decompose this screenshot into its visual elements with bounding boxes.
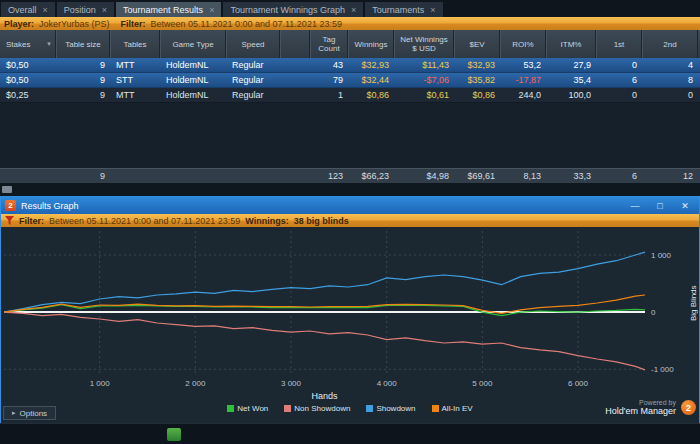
cell-1st: 0 — [596, 90, 642, 100]
cell-game-type: HoldemNL — [160, 75, 226, 85]
table-row[interactable]: $0,25 9 MTT HoldemNL Regular 1 $0,86 $0,… — [0, 88, 700, 103]
close-button[interactable]: ✕ — [675, 199, 695, 212]
cell-table-size: 9 — [56, 90, 110, 100]
minimize-button[interactable]: — — [625, 199, 645, 212]
tab-label: Tournament Winnings Graph — [230, 5, 345, 15]
player-value: JokerYurbas (PS) — [39, 19, 110, 29]
graph-filter-label: Filter: — [19, 216, 44, 226]
horizontal-scrollbar[interactable] — [0, 183, 700, 196]
cell-net-winnings: $11,43 — [394, 60, 454, 70]
y-axis-label: Big Blinds — [689, 231, 698, 375]
cell-1st: 0 — [596, 60, 642, 70]
header-winnings[interactable]: Winnings — [348, 30, 394, 58]
cell-speed: Regular — [226, 75, 280, 85]
cell-2nd: 0 — [642, 90, 698, 100]
cell-net-winnings: -$7,06 — [394, 75, 454, 85]
hm2-app-icon: 2 — [5, 200, 16, 211]
total-2nd: 12 — [642, 171, 698, 181]
cell-tables: STT — [110, 75, 160, 85]
tab-tournament-winnings-graph[interactable]: Tournament Winnings Graph× — [223, 2, 363, 17]
header-spacer — [280, 30, 310, 58]
winnings-value: 38 big blinds — [294, 216, 349, 226]
header-net-winnings[interactable]: Net Winnings $ USD — [394, 30, 454, 58]
legend-showdown[interactable]: Showdown — [366, 404, 415, 413]
tab-overall[interactable]: Overall× — [1, 2, 55, 17]
y-tick: -1 000 — [651, 365, 674, 374]
header-game-type[interactable]: Game Type — [160, 30, 226, 58]
header-itm[interactable]: ITM% — [546, 30, 596, 58]
x-tick: 6 000 — [563, 379, 593, 388]
popup-title: Results Graph — [21, 201, 620, 211]
net-won-swatch-icon — [227, 405, 234, 412]
header-2nd[interactable]: 2nd — [642, 30, 698, 58]
hm-logo-icon: 2 — [681, 400, 696, 415]
popup-titlebar[interactable]: 2 Results Graph — □ ✕ — [1, 197, 699, 214]
non-showdown-swatch-icon — [284, 405, 291, 412]
brand-name: Hold'em Manager — [605, 406, 676, 416]
x-tick: 4 000 — [372, 379, 402, 388]
tab-label: Tournaments — [372, 5, 424, 15]
total-1st: 6 — [596, 171, 642, 181]
tab-tournaments[interactable]: Tournaments× — [365, 2, 442, 17]
tab-close-icon[interactable]: × — [430, 5, 435, 15]
tab-tournament-results[interactable]: Tournament Results× — [116, 2, 221, 17]
table-row[interactable]: $0,50 9 MTT HoldemNL Regular 43 $32,93 $… — [0, 58, 700, 73]
tab-close-icon[interactable]: × — [102, 5, 107, 15]
legend-label: Non Showdown — [294, 404, 350, 413]
header-stakes[interactable]: Stakes▼ — [0, 30, 56, 58]
cell-2nd: 8 — [642, 75, 698, 85]
filter-dropdown-icon[interactable]: ▼ — [46, 40, 52, 49]
header-label: Stakes — [6, 40, 30, 49]
table-empty-area — [0, 103, 700, 168]
cell-tag-count: 43 — [310, 60, 348, 70]
scrollbar-thumb[interactable] — [2, 186, 12, 193]
cell-tables: MTT — [110, 90, 160, 100]
tab-close-icon[interactable]: × — [351, 5, 356, 15]
header-tables[interactable]: Tables — [110, 30, 160, 58]
header-table-size[interactable]: Table size — [56, 30, 110, 58]
cell-speed: Regular — [226, 60, 280, 70]
results-graph-window: 2 Results Graph — □ ✕ Filter: Between 05… — [0, 196, 700, 423]
tab-position[interactable]: Position× — [57, 2, 114, 17]
header-speed[interactable]: Speed — [226, 30, 280, 58]
cell-itm: 100,0 — [546, 90, 596, 100]
legend-all-in-ev[interactable]: All-In EV — [432, 404, 473, 413]
legend-label: Net Won — [237, 404, 268, 413]
y-tick: 0 — [651, 308, 655, 317]
x-axis-label: Hands — [4, 391, 645, 401]
cell-tag-count: 1 — [310, 90, 348, 100]
table-header: Stakes▼ Table size Tables Game Type Spee… — [0, 30, 700, 58]
header-ev[interactable]: $EV — [454, 30, 500, 58]
tab-label: Tournament Results — [123, 5, 203, 15]
cell-ev: $32,93 — [454, 60, 500, 70]
graph-filter-bar: Filter: Between 05.11.2021 0:00 and 07.1… — [1, 214, 699, 227]
cell-table-size: 9 — [56, 75, 110, 85]
results-graph-plot — [4, 231, 645, 375]
maximize-button[interactable]: □ — [650, 199, 670, 212]
cell-game-type: HoldemNL — [160, 60, 226, 70]
header-roi[interactable]: ROI% — [500, 30, 546, 58]
legend-non-showdown[interactable]: Non Showdown — [284, 404, 350, 413]
cell-game-type: HoldemNL — [160, 90, 226, 100]
header-1st[interactable]: 1st — [596, 30, 642, 58]
cell-roi: -17,87 — [500, 75, 546, 85]
powered-by: Powered by Hold'em Manager 2 — [605, 399, 696, 416]
player-label: Player: — [4, 19, 34, 29]
cell-ev: $0,86 — [454, 90, 500, 100]
graph-legend: Net Won Non Showdown Showdown All-In EV — [1, 404, 699, 413]
cell-winnings: $0,86 — [348, 90, 394, 100]
y-tick: 1 000 — [651, 251, 671, 260]
tab-close-icon[interactable]: × — [209, 5, 214, 15]
options-button[interactable]: ▸ Options — [3, 406, 56, 420]
cell-speed: Regular — [226, 90, 280, 100]
y-axis-ticks: 1 0000-1 000 — [651, 231, 689, 375]
taskbar-app-icon[interactable] — [167, 428, 181, 441]
x-tick: 2 000 — [180, 379, 210, 388]
tab-close-icon[interactable]: × — [43, 5, 48, 15]
table-row[interactable]: $0,50 9 STT HoldemNL Regular 79 $32,44 -… — [0, 73, 700, 88]
tab-label: Overall — [8, 5, 37, 15]
cell-roi: 53,2 — [500, 60, 546, 70]
header-tag-count[interactable]: Tag Count — [310, 30, 348, 58]
showdown-swatch-icon — [366, 405, 373, 412]
legend-net-won[interactable]: Net Won — [227, 404, 268, 413]
